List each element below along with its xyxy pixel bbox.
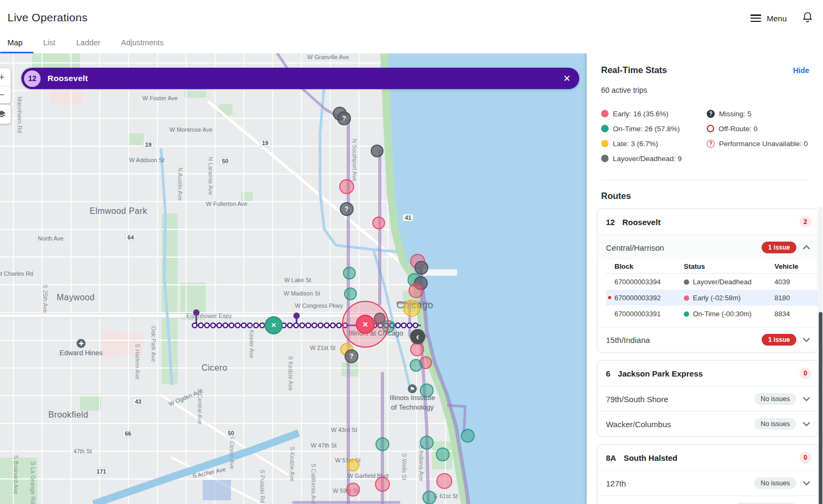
tab-list[interactable]: List <box>43 32 55 53</box>
selected-row-bullet <box>608 296 611 299</box>
vehicle-marker-teal[interactable] <box>375 437 389 451</box>
vehicle-marker-teal[interactable] <box>461 429 475 443</box>
layers-icon <box>0 109 6 119</box>
table-row-selected[interactable]: 670000003392 Early (-02:58m) 8180 <box>606 290 818 306</box>
active-tab-indicator <box>0 52 34 53</box>
vehicle-marker-pink[interactable] <box>410 342 424 356</box>
vehicle-marker-pink[interactable] <box>339 179 354 194</box>
sidebar-scrollbar-thumb[interactable] <box>819 312 822 504</box>
map-layers-button[interactable] <box>0 105 11 124</box>
ontime-status-dot <box>684 311 689 317</box>
vehicle-marker-teal[interactable] <box>410 359 422 372</box>
map-label: S Pulaski Rd <box>259 470 266 503</box>
zoom-in-button[interactable]: + <box>0 68 11 86</box>
close-banner-icon[interactable]: ✕ <box>563 74 571 83</box>
menu-button[interactable]: Menu <box>750 14 787 23</box>
map-label: S Cicero Ave <box>229 435 235 469</box>
variant-15th-indiana[interactable]: 15th/Indiana 1 issue <box>597 327 818 352</box>
vehicle-marker-teal[interactable] <box>343 267 356 279</box>
map-zoom-controls: + − <box>0 68 11 103</box>
tab-adjustments[interactable]: Adjustments <box>121 32 164 53</box>
vehicle-marker-teal[interactable] <box>420 436 434 450</box>
hide-stats-link[interactable]: Hide <box>793 66 809 75</box>
map-label: North Ave <box>38 235 63 242</box>
map-label: S La Grange Rd <box>30 461 36 504</box>
vehicle-marker-pink[interactable] <box>346 483 360 497</box>
route-number: 12 <box>606 218 615 227</box>
map-label: Brookfield <box>48 410 88 420</box>
block-table-header: Block Status Vehicle <box>606 260 818 274</box>
vehicle-marker-teal[interactable] <box>422 491 436 504</box>
selected-vehicle-marker[interactable]: ✕ <box>356 315 375 334</box>
map-label: Edward Hines <box>60 348 103 358</box>
chevron-down-icon[interactable] <box>803 422 810 426</box>
route-card-6: 6 Jackson Park Express 0 79th/South Shor… <box>597 360 818 437</box>
variant-central-harrison[interactable]: Central/Harrison 1 issue <box>597 235 818 260</box>
vehicle-marker-teal[interactable] <box>420 383 434 397</box>
routes-title: Routes <box>587 180 823 201</box>
vehicle-marker-gray[interactable]: ? <box>345 349 358 363</box>
variant-79th-red-line[interactable]: 79th Red Line No active blocks <box>597 495 818 504</box>
stat-late: Late: 3 (6.7%) <box>601 136 707 151</box>
table-row[interactable]: 670000003391 On-Time (-00:30m) 8834 <box>606 306 818 322</box>
vehicle-marker-teal[interactable] <box>344 287 357 300</box>
map-canvas[interactable]: W Granville AveW Foster AveW Montrose Av… <box>0 53 587 504</box>
selected-route-banner: 12 Roosevelt ✕ <box>21 68 579 89</box>
collapse-cluster-button[interactable]: ‹ <box>410 329 425 344</box>
tab-map[interactable]: Map <box>7 32 22 53</box>
hamburger-icon <box>750 14 761 22</box>
map-label: S Indiana Ave <box>418 445 425 481</box>
issue-pill: 1 issue <box>762 242 796 253</box>
chevron-down-icon[interactable] <box>803 397 810 401</box>
tab-ladder[interactable]: Ladder <box>76 32 100 53</box>
map-label: W 21st St <box>310 345 335 351</box>
no-issues-pill: No issues <box>754 418 796 430</box>
map-label: W Congress Pkwy <box>295 302 343 309</box>
chevron-down-icon[interactable] <box>803 481 810 485</box>
notifications-bell-icon[interactable] <box>802 11 813 26</box>
map-label: S Wells St <box>401 453 407 481</box>
vehicle-marker-yellow[interactable] <box>403 300 420 317</box>
map-label: Oak Park Ave <box>150 326 157 362</box>
route-number: 6 <box>606 369 610 378</box>
route-card-header: 8A South Halsted 0 <box>597 445 818 470</box>
top-bar: Live Operations Menu <box>0 0 823 32</box>
map-label: Elmwood Park <box>90 206 147 216</box>
chevron-down-icon[interactable] <box>803 338 810 342</box>
vehicle-marker-pink[interactable] <box>436 473 452 489</box>
stat-early: Early: 16 (35.6%) <box>601 106 707 121</box>
variant-127th[interactable]: 127th No issues <box>597 470 818 495</box>
map-label: S Central Ave <box>197 388 203 424</box>
vehicle-marker-pink[interactable] <box>409 283 424 298</box>
vehicle-marker-teal[interactable] <box>436 447 450 461</box>
no-issues-pill: No issues <box>754 477 796 489</box>
map-label: W Granville Ave <box>307 54 349 60</box>
vehicle-marker-gray[interactable] <box>414 261 428 275</box>
route-name: Jackson Park Express <box>618 369 702 378</box>
table-row[interactable]: 670000003394 Layover/Deadhead 4039 <box>606 274 818 290</box>
variant-wacker-columbus[interactable]: Wacker/Columbus No issues <box>597 411 818 436</box>
vehicle-marker-gray[interactable]: ? <box>337 111 351 125</box>
map-label: E 61st St <box>434 493 458 499</box>
vehicle-marker-pink[interactable] <box>372 217 385 229</box>
vehicle-marker-yellow[interactable] <box>347 459 359 471</box>
variant-79th-south-shore[interactable]: 79th/South Shore No issues <box>597 386 818 411</box>
vehicle-marker-gray[interactable] <box>371 145 383 157</box>
route-card-header: 6 Jackson Park Express 0 <box>597 361 818 386</box>
zoom-out-button[interactable]: − <box>0 86 11 103</box>
map-label: N Austin Ave <box>177 167 183 201</box>
map-label: S Kedzie Ave <box>289 446 295 481</box>
chevron-up-icon[interactable] <box>803 245 810 250</box>
map-label: S Brainard Ave <box>13 455 19 494</box>
early-dot-icon <box>601 110 609 117</box>
map-label: S Archer Ave <box>192 466 227 479</box>
realtime-stats-section: Real-Time Stats Hide 60 active trips Ear… <box>587 53 823 180</box>
vehicle-marker-pink[interactable] <box>375 477 390 492</box>
map-label: W Madison St <box>284 290 320 297</box>
route-card-header: 12 Roosevelt 2 <box>597 209 818 235</box>
vehicle-marker-tealsolid[interactable]: ✕ <box>265 316 283 334</box>
map-label: W Addison St <box>129 157 164 163</box>
map-label: W 47th St <box>311 442 337 449</box>
vehicle-marker-gray[interactable]: ? <box>340 202 354 216</box>
stat-layover: Layover/Deadhead: 9 <box>601 151 707 166</box>
